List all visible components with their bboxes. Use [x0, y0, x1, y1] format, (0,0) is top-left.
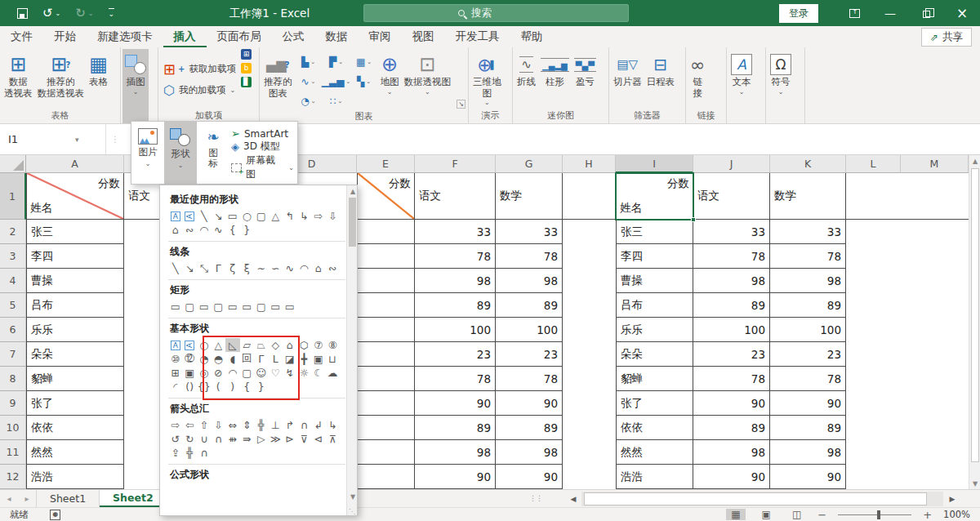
column-header-L[interactable]: L [846, 155, 901, 173]
cell-H4[interactable] [563, 269, 616, 293]
undo-button[interactable]: ↺⌄ [37, 0, 66, 26]
shape-option[interactable]: ⇦ [183, 418, 198, 432]
sheet-nav-right-icon[interactable]: ▸ [18, 490, 36, 507]
cell-J8[interactable]: 78 [693, 367, 770, 391]
cell-I2[interactable]: 张三 [616, 220, 693, 244]
column-header-I[interactable]: I [616, 155, 693, 173]
cell-J3[interactable]: 78 [693, 244, 770, 269]
cell-K8[interactable]: 78 [770, 367, 846, 391]
shape-option[interactable]: ∿ [283, 261, 297, 275]
shape-option[interactable]: ☁ [326, 366, 341, 380]
cell-L12[interactable] [846, 465, 901, 489]
ribbon-button-推荐的图表[interactable]: ▄▆?推荐的 图表 [261, 49, 295, 109]
cell-I4[interactable]: 曹操 [616, 269, 693, 293]
cell-G4[interactable]: 98 [496, 269, 563, 293]
customize-qat-button[interactable]: ⌄ [103, 0, 121, 26]
shape-option[interactable]: ▣ [183, 366, 198, 380]
cell-A3[interactable]: 李四 [26, 244, 124, 269]
shape-option[interactable]: ⤡ [197, 261, 212, 275]
cell-H6[interactable] [563, 318, 616, 342]
shape-option[interactable]: ▭ [269, 300, 283, 314]
horizontal-splitter[interactable]: ⋮⋮ [529, 494, 542, 502]
cell-G11[interactable]: 98 [496, 440, 563, 465]
cell-A9[interactable]: 张了 [26, 391, 124, 416]
row-header-12[interactable]: 12 [0, 465, 26, 489]
zoom-slider-thumb[interactable] [877, 510, 880, 519]
chart-type-button-4[interactable]: ▁▃▅⌄ [323, 72, 350, 91]
cell-E2[interactable] [357, 220, 415, 244]
redo-button[interactable]: ↻⌄ [69, 0, 99, 26]
cell-G5[interactable]: 89 [496, 293, 563, 318]
close-button[interactable]: × [944, 0, 980, 26]
shape-option[interactable]: ▣ [311, 352, 326, 366]
cell-G6[interactable]: 100 [496, 318, 563, 342]
vertical-scroll-thumb[interactable] [971, 168, 979, 462]
ribbon-tab-8[interactable]: 视图 [402, 26, 445, 47]
cell-L1[interactable] [846, 173, 901, 220]
cell-G12[interactable]: 90 [496, 465, 563, 489]
share-button[interactable]: ⇗ 共享 [921, 28, 972, 47]
visio-data-app-icon[interactable]: ⊞ [241, 49, 252, 60]
cell-F8[interactable]: 78 [415, 367, 496, 391]
shape-option[interactable]: ⊞ [168, 366, 183, 380]
shape-option[interactable]: A [183, 338, 198, 352]
cell-K12[interactable]: 90 [770, 465, 846, 489]
chart-type-button-3[interactable]: ▛⌄ [323, 52, 350, 72]
cell-A10[interactable]: 依依 [26, 416, 124, 440]
shape-option[interactable]: ⇧ [197, 418, 212, 432]
cell-G3[interactable]: 78 [496, 244, 563, 269]
chart-type-button-0[interactable]: ▙⌄ [295, 52, 323, 72]
shape-option[interactable]: ☾ [311, 366, 326, 380]
illustrations-item-图片[interactable]: ▲▲图片⌄ [131, 122, 164, 184]
chart-type-button-7[interactable]: ▚⌄ [350, 72, 378, 91]
hscroll-left-icon[interactable]: ◀ [567, 492, 580, 505]
cell-M12[interactable] [901, 465, 969, 489]
cell-M4[interactable] [901, 269, 969, 293]
shape-option[interactable]: ∾ [326, 261, 341, 275]
horizontal-scroll-thumb[interactable] [584, 492, 927, 505]
cell-G9[interactable]: 90 [496, 391, 563, 416]
cell-J1[interactable]: 语文 [693, 173, 770, 220]
shape-option[interactable]: ○ [240, 209, 255, 223]
cell-K3[interactable]: 78 [770, 244, 846, 269]
accessibility-icon[interactable]: ⚈ [50, 510, 60, 520]
cell-A8[interactable]: 貂蝉 [26, 367, 124, 391]
vertical-scrollbar[interactable]: ▲ ▼ [969, 155, 980, 489]
illustrations-item-屏幕截图[interactable]: 屏幕截图⌄ [231, 154, 294, 181]
shape-option[interactable]: ⇩ [326, 209, 341, 223]
zoom-out-button[interactable]: − [817, 509, 826, 521]
cell-M3[interactable] [901, 244, 969, 269]
cell-J12[interactable]: 90 [693, 465, 770, 489]
ribbon-display-options-button[interactable] [836, 0, 872, 26]
column-header-G[interactable]: G [496, 155, 563, 173]
fill-handle[interactable] [691, 217, 696, 222]
cell-A1[interactable]: 分数姓名 [26, 173, 124, 220]
cell-L9[interactable] [846, 391, 901, 416]
cell-I3[interactable]: 李四 [616, 244, 693, 269]
ribbon-tab-2[interactable]: 新建选项卡 [87, 26, 163, 47]
minimize-button[interactable]: — [872, 0, 908, 26]
cell-F5[interactable]: 89 [415, 293, 496, 318]
shape-option[interactable]: ▭ [197, 300, 212, 314]
shape-option[interactable]: ╬ [254, 418, 269, 432]
ribbon-button-推荐的数据透视表[interactable]: ⊞?推荐的 数据透视表 [35, 49, 87, 109]
cell-I12[interactable]: 浩浩 [616, 465, 693, 489]
cell-F4[interactable]: 98 [415, 269, 496, 293]
cell-E4[interactable] [357, 269, 415, 293]
shape-option[interactable]: ↻ [183, 432, 198, 446]
shape-option[interactable]: ⌂ [311, 261, 326, 275]
shape-option[interactable]: ⑩ [168, 352, 183, 366]
cell-E5[interactable] [357, 293, 415, 318]
ribbon-button-数据透视图[interactable]: ⊡数据透视图⌄ [402, 49, 454, 109]
cell-A12[interactable]: 浩浩 [26, 465, 124, 489]
ribbon-tab-5[interactable]: 公式 [272, 26, 315, 47]
row-header-9[interactable]: 9 [0, 391, 26, 416]
ribbon-button-符号[interactable]: Ω符号⌄ [768, 49, 794, 109]
normal-view-button[interactable]: ▦ [726, 509, 745, 520]
shape-option[interactable]: ◠ [197, 223, 212, 237]
shape-option[interactable]: ↲ [311, 418, 326, 432]
ribbon-tab-9[interactable]: 开发工具 [445, 26, 510, 47]
row-header-2[interactable]: 2 [0, 220, 26, 244]
cell-H5[interactable] [563, 293, 616, 318]
shape-option[interactable]: ⑧ [326, 338, 341, 352]
